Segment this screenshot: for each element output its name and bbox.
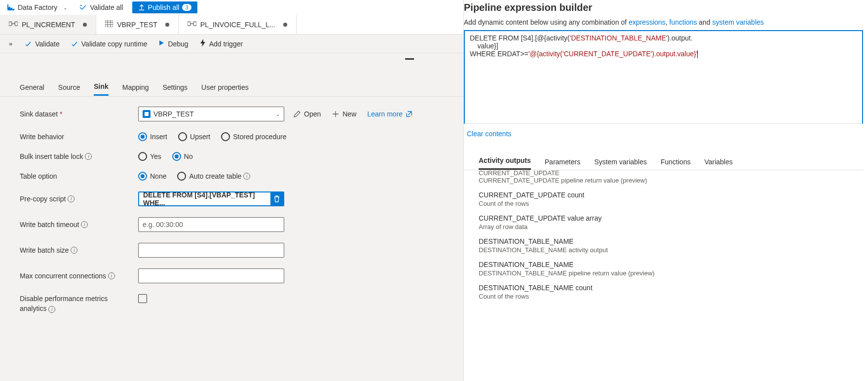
- external-link-icon: [406, 111, 413, 117]
- validate-all-button[interactable]: Validate all: [75, 2, 127, 12]
- tab-user-properties[interactable]: User properties: [201, 79, 249, 95]
- expand-toggle-icon[interactable]: »: [9, 40, 12, 47]
- service-switcher[interactable]: Data Factory ⌄: [4, 2, 70, 12]
- svg-rect-1: [15, 22, 18, 26]
- radio-icon: [178, 132, 187, 141]
- info-icon[interactable]: i: [243, 173, 250, 180]
- functions-link[interactable]: functions: [669, 18, 697, 26]
- list-item[interactable]: CURRENT_DATE_UPDATE countCount of the ro…: [479, 191, 848, 207]
- learn-more-link[interactable]: Learn more: [367, 110, 413, 118]
- validate-button[interactable]: Validate: [24, 40, 60, 48]
- info-icon[interactable]: i: [48, 306, 55, 313]
- dirty-indicator-icon: [83, 23, 87, 27]
- table-option-auto[interactable]: Auto create table i: [177, 172, 250, 181]
- table-icon: [105, 20, 113, 29]
- open-dataset-button[interactable]: Open: [293, 110, 321, 118]
- file-tab-vbrp-test[interactable]: VBRP_TEST: [96, 15, 179, 34]
- expressions-link[interactable]: expressions: [629, 18, 666, 26]
- validate-copy-runtime-button[interactable]: Validate copy runtime: [71, 40, 148, 48]
- radio-icon: [138, 152, 147, 161]
- tab-functions[interactable]: Functions: [661, 154, 691, 170]
- trash-icon: [273, 195, 280, 203]
- lightning-icon: [199, 39, 206, 48]
- radio-icon: [177, 172, 186, 181]
- tab-settings[interactable]: Settings: [162, 79, 188, 95]
- info-icon[interactable]: i: [71, 247, 77, 254]
- info-icon[interactable]: i: [85, 153, 92, 160]
- file-tab-pl-increment[interactable]: PL_INCREMENT: [0, 15, 96, 34]
- list-item[interactable]: CURRENT_DATE_UPDATE CURRENT_DATE_UPDATE …: [479, 170, 848, 184]
- svg-rect-9: [193, 22, 196, 26]
- dirty-indicator-icon: [283, 23, 287, 27]
- write-behavior-upsert[interactable]: Upsert: [178, 132, 210, 141]
- batch-size-label: Write batch size i: [20, 246, 138, 254]
- list-item[interactable]: DESTINATION_TABLE_NAMEDESTINATION_TABLE_…: [479, 237, 848, 254]
- list-item[interactable]: CURRENT_DATE_UPDATE value arrayArray of …: [479, 214, 848, 230]
- write-behavior-sp[interactable]: Stored procedure: [221, 132, 286, 141]
- tab-mapping[interactable]: Mapping: [122, 79, 149, 95]
- disable-metrics-checkbox[interactable]: [138, 294, 147, 303]
- upload-icon: [138, 4, 145, 11]
- expression-helper-tabs: Activity outputs Parameters System varia…: [464, 151, 863, 170]
- pipeline-icon: [188, 20, 196, 29]
- tab-source[interactable]: Source: [58, 79, 80, 95]
- chevron-down-icon: ⌄: [63, 5, 67, 10]
- pencil-icon: [293, 110, 301, 118]
- drag-handle-icon[interactable]: [405, 58, 414, 60]
- list-item[interactable]: DESTINATION_TABLE_NAME countCount of the…: [479, 284, 848, 300]
- service-name: Data Factory: [18, 3, 57, 11]
- tab-system-variables[interactable]: System variables: [594, 154, 647, 170]
- tab-parameters[interactable]: Parameters: [545, 154, 580, 170]
- max-concurrent-input[interactable]: [138, 268, 284, 283]
- tab-general[interactable]: General: [20, 79, 44, 95]
- expression-editor[interactable]: DELETE FROM [S4].[@{activity('DESTINATIO…: [464, 30, 863, 124]
- tab-sink[interactable]: Sink: [94, 78, 109, 96]
- play-icon: [158, 39, 165, 48]
- bulk-lock-no[interactable]: No: [172, 152, 193, 161]
- radio-icon: [138, 172, 147, 181]
- bulk-lock-yes[interactable]: Yes: [138, 152, 161, 161]
- table-option-label: Table option: [20, 172, 138, 180]
- pipeline-icon: [9, 20, 18, 29]
- batch-size-input[interactable]: [138, 243, 284, 258]
- plus-icon: [332, 110, 340, 118]
- svg-rect-3: [105, 20, 113, 27]
- batch-timeout-label: Write batch timeout i: [20, 221, 138, 229]
- tab-activity-outputs[interactable]: Activity outputs: [479, 152, 531, 170]
- sink-dataset-select[interactable]: VBRP_TEST ⌄: [138, 107, 284, 121]
- info-icon[interactable]: i: [108, 272, 115, 279]
- info-icon[interactable]: i: [68, 195, 75, 202]
- radio-icon: [138, 132, 147, 141]
- publish-count-badge: 3: [182, 4, 191, 11]
- canvas-collapsed-strip: [0, 53, 463, 78]
- svg-rect-11: [145, 112, 149, 116]
- svg-rect-8: [188, 22, 190, 26]
- info-icon[interactable]: i: [81, 221, 88, 228]
- table-option-none[interactable]: None: [138, 172, 166, 181]
- list-item[interactable]: DESTINATION_TABLE_NAMEDESTINATION_TABLE_…: [479, 261, 848, 277]
- pre-copy-script-input[interactable]: DELETE FROM [S4].[VBAP_TEST] WHE...: [138, 191, 284, 206]
- write-behavior-group: Insert Upsert Stored procedure: [138, 132, 286, 141]
- file-tab-pl-invoice[interactable]: PL_INVOICE_FULL_L...: [179, 15, 297, 34]
- publish-all-button[interactable]: Publish all 3: [132, 1, 197, 13]
- write-behavior-insert[interactable]: Insert: [138, 132, 167, 141]
- radio-icon: [172, 152, 181, 161]
- table-option-group: None Auto create table i: [138, 172, 250, 181]
- clear-contents-link[interactable]: Clear contents: [464, 124, 514, 144]
- radio-icon: [221, 132, 230, 141]
- factory-icon: [7, 3, 15, 11]
- expression-builder-title: Pipeline expression builder: [464, 2, 863, 13]
- debug-button[interactable]: Debug: [158, 39, 188, 48]
- write-behavior-label: Write behavior: [20, 133, 138, 141]
- pre-copy-label: Pre-copy script i: [20, 195, 138, 203]
- delete-script-button[interactable]: [270, 192, 283, 205]
- tab-variables[interactable]: Variables: [704, 154, 732, 170]
- pipeline-action-bar: » Validate Validate copy runtime Debug A…: [0, 35, 463, 53]
- new-dataset-button[interactable]: New: [332, 110, 356, 118]
- add-trigger-button[interactable]: Add trigger: [199, 39, 243, 48]
- system-variables-link[interactable]: system variables: [713, 18, 764, 26]
- batch-timeout-input[interactable]: e.g. 00:30:00: [138, 217, 284, 232]
- svg-rect-0: [9, 22, 12, 26]
- dirty-indicator-icon: [165, 23, 169, 27]
- chevron-down-icon: ⌄: [276, 112, 280, 117]
